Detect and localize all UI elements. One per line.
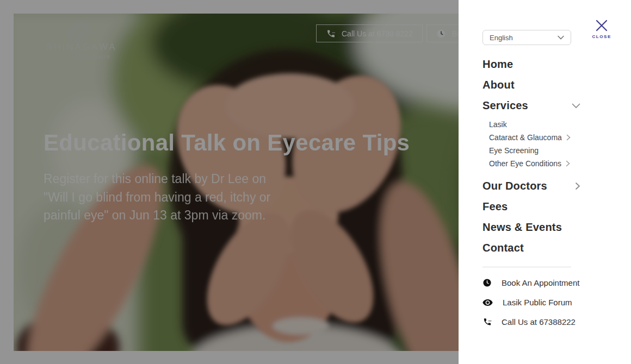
clock-icon (482, 278, 492, 287)
close-icon (595, 18, 609, 33)
menu-item-about[interactable]: About (482, 79, 580, 91)
chevron-right-icon (566, 160, 570, 167)
close-label: CLOSE (592, 34, 611, 39)
main-menu: Home About Services Lasik Cataract & Gla… (482, 59, 631, 254)
chevron-down-icon (572, 103, 580, 109)
submenu-item-lasik[interactable]: Lasik (489, 121, 631, 128)
quick-links: Book An Appointment Lasik Public Forum C… (482, 277, 631, 328)
chevron-down-icon (558, 35, 564, 40)
menu-item-news-events[interactable]: News & Events (482, 222, 580, 233)
chevron-right-icon (566, 134, 571, 141)
language-select[interactable]: English (482, 30, 571, 45)
menu-item-contact[interactable]: Contact (482, 242, 580, 254)
quick-link-call-us[interactable]: Call Us at 67388222 (482, 316, 631, 328)
submenu-item-eye-screening[interactable]: Eye Screening (489, 147, 631, 154)
services-submenu: Lasik Cataract & Glaucoma Eye Screening … (489, 121, 631, 167)
menu-drawer: English CLOSE Home About Services Lasik (459, 0, 631, 364)
menu-item-home[interactable]: Home (482, 59, 580, 70)
phone-icon (482, 317, 492, 327)
eye-icon (482, 299, 493, 306)
quick-link-book-appointment[interactable]: Book An Appointment (482, 277, 631, 288)
submenu-item-cataract-glaucoma[interactable]: Cataract & Glaucoma (489, 134, 631, 141)
menu-item-services[interactable]: Services (482, 100, 580, 111)
menu-item-our-doctors[interactable]: Our Doctors (482, 180, 580, 192)
close-button[interactable]: CLOSE (589, 18, 615, 40)
submenu-item-other-eye-conditions[interactable]: Other Eye Conditions (489, 160, 631, 167)
menu-item-fees[interactable]: Fees (482, 201, 580, 212)
language-selected-value: English (490, 34, 513, 42)
chevron-right-icon (575, 182, 580, 190)
quick-link-lasik-public-forum[interactable]: Lasik Public Forum (482, 297, 631, 308)
menu-divider (482, 267, 571, 267)
